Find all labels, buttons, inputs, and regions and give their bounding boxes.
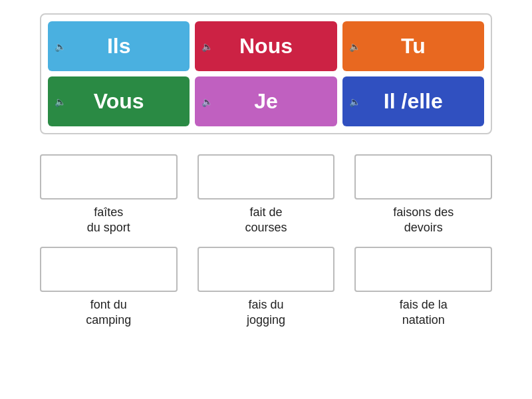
pronoun-grid: 🔈Ils🔈Nous🔈Tu🔈Vous🔈Je🔈Il /elle	[40, 13, 492, 134]
speaker-icon: 🔈	[201, 41, 213, 52]
drop-grid: faîtesdu sportfait decoursesfaisons desd…	[40, 154, 492, 329]
pronoun-btn-tu[interactable]: 🔈Tu	[342, 21, 484, 71]
pronoun-label-ilelle: Il /elle	[384, 89, 443, 114]
drop-item-drop1: faîtesdu sport	[40, 154, 178, 236]
drop-item-drop5: fais dujogging	[198, 247, 335, 329]
speaker-icon: 🔈	[201, 96, 213, 107]
drop-label-drop1: faîtesdu sport	[87, 205, 130, 236]
drop-item-drop4: font ducamping	[40, 247, 178, 329]
pronoun-btn-je[interactable]: 🔈Je	[195, 76, 336, 126]
pronoun-btn-ilelle[interactable]: 🔈Il /elle	[342, 76, 484, 126]
drop-label-drop2: fait decourses	[245, 205, 287, 236]
speaker-icon: 🔈	[55, 96, 66, 107]
pronoun-label-je: Je	[254, 89, 278, 114]
drop-zone-drop2[interactable]	[198, 154, 335, 200]
drop-zone-drop4[interactable]	[40, 247, 178, 292]
pronoun-label-ils: Ils	[107, 34, 131, 59]
drop-label-drop3: faisons desdevoirs	[393, 205, 454, 236]
drop-zone-drop6[interactable]	[354, 247, 492, 292]
speaker-icon: 🔈	[55, 41, 66, 52]
pronoun-btn-ils[interactable]: 🔈Ils	[48, 21, 190, 71]
drop-zone-drop5[interactable]	[198, 247, 335, 292]
drop-label-drop6: fais de lanatation	[400, 297, 448, 329]
drop-item-drop6: fais de lanatation	[354, 247, 492, 329]
drop-label-drop5: fais dujogging	[247, 297, 285, 329]
drop-zone-drop3[interactable]	[354, 154, 492, 200]
drop-zone-drop1[interactable]	[40, 154, 178, 200]
pronoun-label-nous: Nous	[239, 34, 293, 59]
pronoun-btn-vous[interactable]: 🔈Vous	[48, 76, 190, 126]
pronoun-label-tu: Tu	[401, 34, 426, 59]
speaker-icon: 🔈	[349, 41, 360, 52]
speaker-icon: 🔈	[349, 96, 360, 107]
drop-item-drop2: fait decourses	[198, 154, 335, 236]
drop-label-drop4: font ducamping	[86, 297, 131, 329]
pronoun-label-vous: Vous	[94, 89, 144, 114]
pronoun-btn-nous[interactable]: 🔈Nous	[195, 21, 336, 71]
drop-item-drop3: faisons desdevoirs	[354, 154, 492, 236]
